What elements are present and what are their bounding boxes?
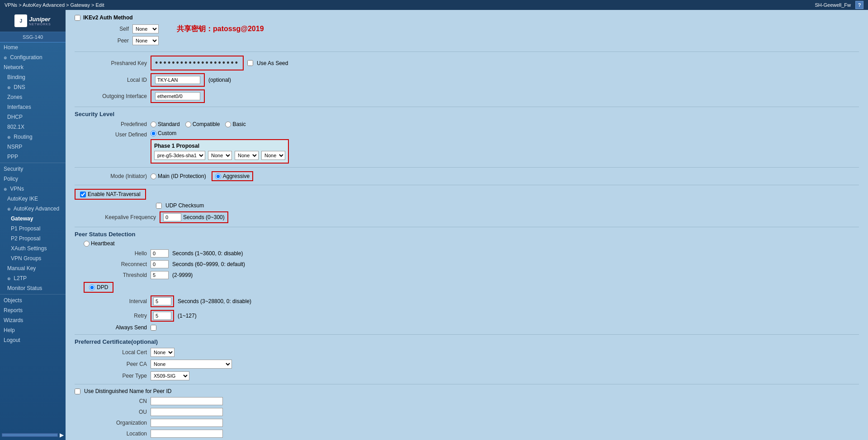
outgoing-interface-input[interactable] [155,92,200,100]
nav-p2-proposal[interactable]: P2 Proposal [0,234,66,243]
main-radio[interactable] [151,173,156,179]
threshold-input[interactable] [151,271,169,279]
phase1-select2[interactable]: None [208,151,232,160]
use-distinguished-label: Use Distinguished Name for Peer ID [84,388,171,394]
predefined-label: Predefined [75,121,147,127]
preshared-key-box: •••••••••••••••••••• [151,56,244,70]
local-id-input[interactable] [155,76,200,84]
retry-input[interactable] [153,312,171,320]
nav-configuration[interactable]: ⊕ Configuration [0,52,66,62]
basic-radio[interactable] [225,122,231,127]
cn-label: CN [93,398,147,404]
standard-radio[interactable] [151,122,156,127]
ou-input[interactable] [151,408,223,416]
nav-objects[interactable]: Objects [0,295,66,305]
nav-dns[interactable]: ⊕ DNS [0,82,66,92]
nav-reports[interactable]: Reports [0,305,66,315]
sidebar: J Juniper NETWORKS SSG-140 Home ⊕ Config… [0,10,66,440]
custom-label: Custom [158,130,176,136]
nav-zones[interactable]: Zones [0,92,66,102]
use-distinguished-checkbox[interactable] [75,389,80,394]
reconnect-unit: Seconds (60~9999, 0: default) [172,261,245,267]
local-cert-select[interactable]: None [151,348,175,357]
peer-ca-label: Peer CA [75,361,147,367]
ou-label: OU [93,409,147,415]
keepalive-unit: Seconds (0~300) [183,214,225,220]
hello-label: Hello [93,250,147,257]
nav-binding[interactable]: Binding [0,72,66,82]
use-as-seed-label: Use As Seed [257,60,288,66]
nav-vpns[interactable]: ⊕ VPNs [0,184,66,194]
peer-ca-select[interactable]: None [151,360,232,369]
custom-radio[interactable] [151,131,156,136]
hello-input[interactable] [151,249,169,257]
keepalive-input[interactable] [163,213,181,221]
reconnect-label: Reconnect [93,261,147,267]
nav-gateway[interactable]: Gateway [0,214,66,224]
phase1-select4[interactable]: None [261,151,285,160]
nav-8021x[interactable]: 802.1X [0,122,66,132]
nat-traversal-checkbox[interactable] [80,192,86,197]
udp-checksum-checkbox[interactable] [156,203,162,209]
nav-interfaces[interactable]: Interfaces [0,102,66,112]
cn-input[interactable] [151,397,223,405]
nav-dhcp[interactable]: DHCP [0,112,66,122]
nat-traversal-box: Enable NAT-Traversal [75,189,146,200]
preshared-key-dots: •••••••••••••••••••• [155,58,239,68]
aggressive-radio[interactable] [215,173,221,179]
sidebar-scroll-arrow[interactable]: ▶ [60,432,64,438]
heartbeat-radio[interactable] [84,241,90,247]
nav-policy[interactable]: Policy [0,174,66,184]
help-button[interactable]: ? [855,1,863,9]
heartbeat-label: Heartbeat [91,240,115,247]
nav-p1-proposal[interactable]: P1 Proposal [0,224,66,234]
compatible-radio[interactable] [185,122,191,127]
breadcrumb: VPNs > AutoKey Advanced > Gateway > Edit [5,2,104,8]
reconnect-input[interactable] [151,260,169,268]
location-input[interactable] [151,430,223,438]
nav-network[interactable]: Network [0,62,66,72]
local-cert-label: Local Cert [75,349,147,356]
nav-autokey-advanced[interactable]: ⊕ AutoKey Advanced [0,204,66,214]
nav-home[interactable]: Home [0,42,66,52]
peer-label: Peer [75,37,129,44]
compatible-label: Compatible [193,121,220,127]
nav-manual-key[interactable]: Manual Key [0,263,66,273]
nav-xauth-settings[interactable]: XAuth Settings [0,243,66,253]
nav-monitor-status[interactable]: Monitor Status [0,283,66,293]
organization-input[interactable] [151,419,223,427]
retry-label: Retry [93,313,147,319]
nav-security[interactable]: Security [0,164,66,174]
local-id-label: Local ID [75,77,147,83]
ikev2-checkbox[interactable] [75,15,80,21]
top-bar: VPNs > AutoKey Advanced > Gateway > Edit… [0,0,868,10]
nav-nsrp[interactable]: NSRP [0,142,66,152]
interval-input[interactable] [153,297,171,305]
phase1-select1[interactable]: pre-g5-3des-sha1 [154,151,205,160]
nav-help[interactable]: Help [0,325,66,335]
ikev2-label: IKEv2 Auth Method [83,14,133,21]
threshold-label: Threshold [93,272,147,278]
retry-box [151,310,174,322]
nav-wizards[interactable]: Wizards [0,315,66,325]
nav-logout[interactable]: Logout [0,335,66,345]
self-select[interactable]: None IP FQDN [132,24,159,33]
aggressive-box: Aggressive [212,171,253,181]
phase1-box: Phase 1 Proposal pre-g5-3des-sha1 None N… [151,139,289,164]
nav-autokey-ike[interactable]: AutoKey IKE [0,194,66,204]
nat-traversal-label: Enable NAT-Traversal [88,191,141,197]
interval-box [151,295,174,307]
nav-vpn-groups[interactable]: VPN Groups [0,253,66,263]
shared-key-note: 共享密钥：patossg@2019 [177,24,264,34]
aggressive-label: Aggressive [223,173,250,179]
peer-type-select[interactable]: X509-SIG X509-CERT [151,371,189,380]
use-as-seed-checkbox[interactable] [247,60,253,66]
nav-ppp[interactable]: PPP [0,152,66,162]
nav-l2tp[interactable]: ⊕ L2TP [0,273,66,283]
always-send-checkbox[interactable] [151,325,156,331]
phase1-select3[interactable]: None [235,151,259,160]
nav-routing[interactable]: ⊕ Routing [0,132,66,142]
peer-select[interactable]: None IP FQDN [132,36,159,45]
dpd-radio[interactable] [89,285,95,290]
main-label: Main (ID Protection) [158,173,206,179]
